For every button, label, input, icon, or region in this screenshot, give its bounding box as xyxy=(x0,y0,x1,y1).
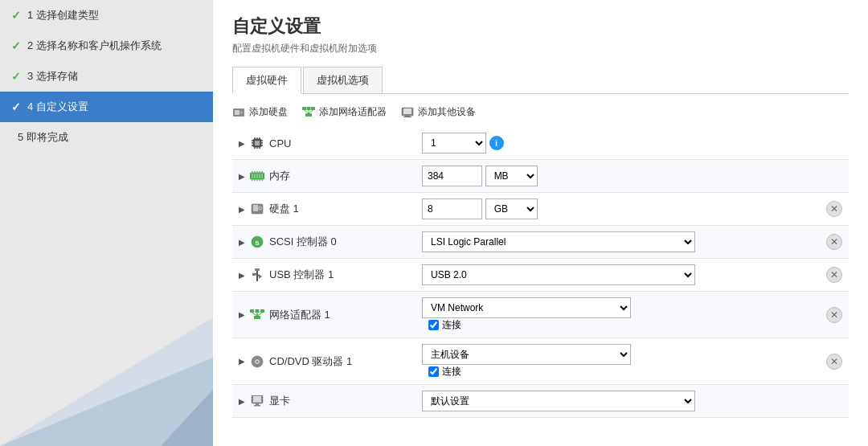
hw-row-disk: ▶ 硬盘 1 MBGBTB ✕ xyxy=(232,193,849,226)
add-disk-icon xyxy=(232,106,245,119)
scsi-icon: S xyxy=(250,235,264,249)
remove-col-display xyxy=(820,385,849,418)
sidebar: ✓ 1 选择创建类型 ✓ 2 选择名称和客户机操作系统 ✓ 3 选择存储 ✓ 4… xyxy=(0,0,213,446)
hw-label-disk: 硬盘 1 xyxy=(269,202,299,216)
remove-scsi-button[interactable]: ✕ xyxy=(826,234,842,250)
hw-row-cddvd: ▶ CD/DVD 驱动器 1 主机设备数据存储 ISO 文件客户端设备 连接 ✕ xyxy=(232,338,849,385)
svg-rect-53 xyxy=(255,268,260,271)
sidebar-item-step1[interactable]: ✓ 1 选择创建类型 xyxy=(0,0,213,31)
label-col-cpu: ▶ CPU xyxy=(232,127,414,160)
svg-rect-63 xyxy=(254,316,260,319)
hw-label-cpu: CPU xyxy=(269,137,291,149)
expand-arrow-cpu[interactable]: ▶ xyxy=(239,139,245,148)
svg-rect-36 xyxy=(261,174,263,178)
label-col-network: ▶ 网络适配器 1 xyxy=(232,292,414,338)
tab-options[interactable]: 虚拟机选项 xyxy=(303,67,383,93)
svg-rect-57 xyxy=(252,273,256,276)
expand-arrow-usb[interactable]: ▶ xyxy=(239,271,245,280)
tab-bar: 虚拟硬件 虚拟机选项 xyxy=(232,67,849,94)
value-col-cpu: 1248 i xyxy=(414,127,820,160)
svg-line-11 xyxy=(305,110,309,113)
label-col-usb: ▶ USB 控制器 1 xyxy=(232,259,414,292)
scsi-select[interactable]: LSI Logic ParallelLSI Logic SASVMware Pa… xyxy=(422,231,695,252)
display-icon xyxy=(250,394,264,408)
hw-label-network: 网络适配器 1 xyxy=(269,308,330,322)
usb-select[interactable]: USB 2.0USB 3.0USB 3.1 xyxy=(422,264,695,285)
svg-rect-7 xyxy=(307,107,311,110)
network-checkbox[interactable] xyxy=(428,320,439,330)
add-other-button[interactable]: 添加其他设备 xyxy=(401,105,476,119)
info-icon[interactable]: i xyxy=(489,136,504,150)
hardware-table: ▶ CPU 1248 i ▶ 内存 MBGB ▶ 硬盘 1 xyxy=(232,127,849,418)
cpu-icon xyxy=(250,136,264,150)
memory-icon xyxy=(250,169,264,183)
expand-arrow-scsi[interactable]: ▶ xyxy=(239,238,245,247)
svg-rect-34 xyxy=(256,174,258,178)
check-icon-step2: ✓ xyxy=(11,39,21,52)
svg-line-64 xyxy=(252,313,258,316)
cddvd-checkbox[interactable] xyxy=(428,366,439,377)
page-title: 自定义设置 xyxy=(232,14,849,39)
add-other-label: 添加其他设备 xyxy=(418,105,476,119)
svg-marker-58 xyxy=(259,274,262,279)
remove-col-scsi: ✕ xyxy=(820,226,849,259)
svg-rect-8 xyxy=(311,107,315,110)
hw-row-memory: ▶ 内存 MBGB xyxy=(232,160,849,193)
cpu-select[interactable]: 1248 xyxy=(422,133,486,153)
cddvd-checkbox-label-text: 连接 xyxy=(442,365,461,378)
expand-arrow-memory[interactable]: ▶ xyxy=(239,172,245,181)
label-col-display: ▶ 显卡 xyxy=(232,385,414,418)
value-col-network: VM NetworkVM Network 2 连接 xyxy=(414,292,820,338)
value-col-memory: MBGB xyxy=(414,160,820,193)
network-connect-label[interactable]: 连接 xyxy=(428,318,813,332)
memory-input[interactable] xyxy=(422,166,482,186)
sidebar-label-step2: 2 选择名称和客户机操作系统 xyxy=(27,39,162,53)
svg-rect-10 xyxy=(305,113,312,117)
add-network-button[interactable]: 添加网络适配器 xyxy=(302,105,387,119)
hw-row-cpu: ▶ CPU 1248 i xyxy=(232,127,849,160)
disk-unit-select[interactable]: MBGBTB xyxy=(485,198,538,219)
remove-col-disk: ✕ xyxy=(820,193,849,226)
display-select[interactable]: 默认设置 xyxy=(422,391,695,411)
expand-arrow-cddvd[interactable]: ▶ xyxy=(239,357,245,366)
hw-row-display: ▶ 显卡 默认设置 xyxy=(232,385,849,418)
tab-hardware[interactable]: 虚拟硬件 xyxy=(232,67,301,94)
remove-cddvd-button[interactable]: ✕ xyxy=(826,354,842,370)
hw-row-usb: ▶ USB 控制器 1 USB 2.0USB 3.0USB 3.1 ✕ xyxy=(232,259,849,292)
sidebar-item-step5[interactable]: 5 即将完成 xyxy=(0,122,213,153)
sidebar-item-step4[interactable]: ✓ 4 自定义设置 xyxy=(0,92,213,122)
memory-unit-select[interactable]: MBGB xyxy=(485,166,538,186)
label-col-disk: ▶ 硬盘 1 xyxy=(232,193,414,226)
hw-row-scsi: ▶ S SCSI 控制器 0 LSI Logic ParallelLSI Log… xyxy=(232,226,849,259)
remove-col-cpu xyxy=(820,127,849,160)
network-icon xyxy=(250,308,264,322)
expand-arrow-network[interactable]: ▶ xyxy=(239,310,245,319)
remove-disk-button[interactable]: ✕ xyxy=(826,201,842,217)
remove-col-cddvd: ✕ xyxy=(820,338,849,385)
expand-arrow-display[interactable]: ▶ xyxy=(239,397,245,406)
value-col-disk: MBGBTB xyxy=(414,193,820,226)
svg-rect-72 xyxy=(254,405,260,407)
add-network-label: 添加网络适配器 xyxy=(319,105,387,119)
sidebar-label-step4: 4 自定义设置 xyxy=(27,100,88,114)
cddvd-connect-label[interactable]: 连接 xyxy=(428,365,813,378)
check-icon-step4: ✓ xyxy=(11,100,21,113)
expand-arrow-disk[interactable]: ▶ xyxy=(239,205,245,214)
add-disk-label: 添加硬盘 xyxy=(249,105,288,119)
disk-input[interactable] xyxy=(422,198,482,219)
add-disk-button[interactable]: 添加硬盘 xyxy=(232,105,288,119)
svg-rect-6 xyxy=(302,107,306,110)
remove-usb-button[interactable]: ✕ xyxy=(826,267,842,283)
hw-label-scsi: SCSI 控制器 0 xyxy=(269,235,337,249)
svg-rect-4 xyxy=(235,110,240,115)
network-select[interactable]: VM NetworkVM Network 2 xyxy=(422,297,631,318)
svg-rect-60 xyxy=(256,309,260,313)
remove-network-button[interactable]: ✕ xyxy=(826,307,842,323)
sidebar-item-step3[interactable]: ✓ 3 选择存储 xyxy=(0,61,213,92)
svg-rect-35 xyxy=(259,174,260,178)
page-subtitle: 配置虚拟机硬件和虚拟机附加选项 xyxy=(232,42,849,55)
sidebar-item-step2[interactable]: ✓ 2 选择名称和客户机操作系统 xyxy=(0,31,213,61)
remove-col-memory xyxy=(820,160,849,193)
cddvd-select[interactable]: 主机设备数据存储 ISO 文件客户端设备 xyxy=(422,344,631,365)
value-col-scsi: LSI Logic ParallelLSI Logic SASVMware Pa… xyxy=(414,226,820,259)
